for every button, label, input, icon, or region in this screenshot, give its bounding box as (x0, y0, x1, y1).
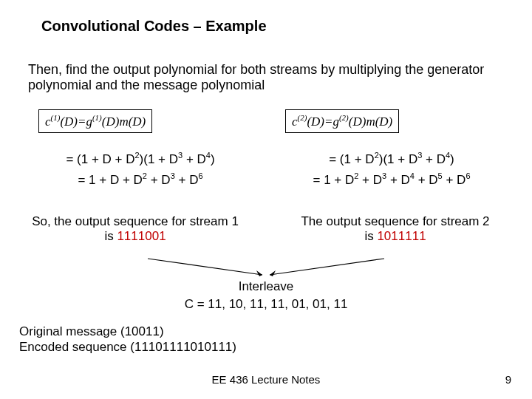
output-label-left: So, the output sequence for stream 1 is … (13, 214, 257, 244)
codeword-line: C = 11, 10, 11, 11, 01, 01, 11 (0, 297, 532, 312)
original-message: Original message (10011) (19, 324, 236, 339)
output-label-right: The output sequence for stream 2 is 1011… (273, 214, 517, 244)
calc-line: = 1 + D + D2 + D3 + D6 (30, 171, 251, 188)
text: The output sequence for stream 2 (301, 214, 489, 228)
text: + D (443, 173, 466, 187)
calc-line: = (1 + D + D2)(1 + D3 + D4) (30, 151, 251, 167)
svg-line-2 (270, 259, 384, 275)
sup: (1) (92, 113, 102, 122)
text: + D (358, 173, 382, 187)
svg-marker-1 (256, 270, 262, 276)
calc-column-left: = (1 + D + D2)(1 + D3 + D4) = 1 + D + D2… (30, 146, 251, 192)
text: = (1 + D (329, 152, 374, 166)
text: = 1 + D + D (78, 173, 142, 187)
footer-text: EE 436 Lecture Notes (0, 373, 532, 386)
text: + D (183, 152, 206, 166)
slide: Convolutional Codes – Example Then, find… (0, 0, 532, 399)
output-sequence-2: 1011111 (377, 229, 426, 243)
text: So, the output sequence for stream 1 (32, 214, 239, 228)
svg-line-0 (148, 259, 262, 275)
encoded-sequence: Encoded sequence (11101111010111) (19, 339, 236, 355)
text: = (1 + D + D (66, 152, 134, 166)
text: + D (386, 173, 410, 187)
text: )(1 + D (379, 152, 417, 166)
interleave-label: Interleave (0, 279, 532, 294)
page-number: 9 (505, 373, 511, 386)
intro-text: Then, find the output polynomial for bot… (28, 62, 510, 93)
text: ) (211, 152, 215, 166)
text: + D (175, 173, 199, 187)
output-sequence-1: 1111001 (117, 229, 166, 243)
calc-line: = 1 + D2 + D3 + D4 + D5 + D6 (281, 171, 502, 188)
svg-marker-3 (270, 270, 276, 276)
sup: 6 (198, 171, 202, 180)
formula-box-c1: c(1)(D)=g(1)(D)m(D) (38, 109, 152, 133)
slide-title: Convolutional Codes – Example (41, 18, 267, 35)
text: + D (422, 152, 446, 166)
arrows-icon (133, 257, 399, 278)
text: ) (450, 152, 454, 166)
interleave-arrows (0, 257, 532, 279)
text: + D (147, 173, 171, 187)
text: = 1 + D (313, 173, 354, 187)
text: )(1 + D (140, 152, 178, 166)
text: + D (415, 173, 438, 187)
sup: (2) (339, 113, 349, 122)
formula-box-c2: c(2)(D)=g(2)(D)m(D) (285, 109, 399, 133)
calc-column-right: = (1 + D2)(1 + D3 + D4) = 1 + D2 + D3 + … (281, 146, 502, 192)
sup: 6 (466, 171, 470, 180)
text: is (104, 229, 117, 243)
calc-line: = (1 + D2)(1 + D3 + D4) (281, 151, 502, 167)
original-encoded-block: Original message (10011) Encoded sequenc… (19, 324, 236, 355)
text: is (364, 229, 377, 243)
sup: (2) (298, 113, 307, 122)
sup: (1) (51, 113, 61, 122)
